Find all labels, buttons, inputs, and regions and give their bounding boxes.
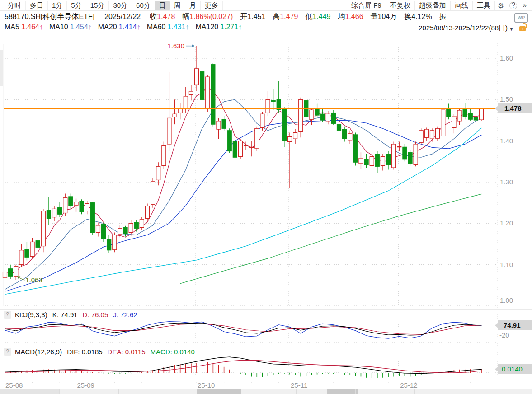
- horizontal-scrollbar[interactable]: [0, 389, 532, 394]
- chart-canvas: 1.601.501.401.301.201.101.0025-0825-0925…: [0, 0, 532, 394]
- kdj-k-badge: 74.91: [498, 320, 532, 330]
- svg-text:1.10: 1.10: [500, 261, 513, 268]
- scrollbar-divider: [414, 389, 415, 394]
- kdj-j-value: J: 72.62: [113, 311, 137, 319]
- svg-text:25-11: 25-11: [291, 381, 307, 389]
- scrollbar-divider: [355, 389, 356, 394]
- kdj-title: KDJ(9,3,3): [15, 311, 47, 319]
- svg-text:25-08: 25-08: [5, 381, 23, 389]
- svg-text:25-09: 25-09: [77, 381, 94, 389]
- panel-divider: [0, 346, 532, 346]
- scrollbar-divider: [118, 389, 119, 394]
- macd-macd-value: MACD: 0.0140: [151, 348, 195, 356]
- macd-title: MACD(12,26,9): [15, 348, 62, 356]
- scrollbar-thumb[interactable]: [197, 389, 241, 394]
- svg-text:25-12: 25-12: [400, 381, 417, 389]
- macd-help-icon[interactable]: ?: [4, 348, 11, 356]
- kdj-k-value: K: 74.91: [52, 311, 78, 319]
- scrollbar-divider: [59, 389, 60, 394]
- last-price-badge: 1.478: [498, 103, 532, 113]
- panel-divider: [0, 309, 532, 310]
- scrollbar-divider: [296, 389, 297, 394]
- panel-divider: [0, 381, 532, 381]
- scrollbar-segment: [0, 389, 59, 394]
- scrollbar-divider: [178, 389, 178, 394]
- kdj-d-value: D: 76.05: [83, 311, 108, 319]
- svg-text:1.40: 1.40: [500, 137, 513, 145]
- svg-text:1.00: 1.00: [500, 296, 513, 304]
- macd-badge: 0.0140: [498, 364, 532, 374]
- svg-text:1.30: 1.30: [500, 178, 513, 186]
- svg-text:1.063: 1.063: [25, 276, 42, 284]
- kdj-header: ? KDJ(9,3,3) K: 74.91 D: 76.05 J: 72.62: [4, 310, 142, 319]
- svg-text:1.20: 1.20: [500, 219, 513, 227]
- scrollbar-divider: [474, 389, 474, 394]
- macd-dea-value: DEA: 0.0115: [108, 348, 146, 356]
- scrollbar-thumb[interactable]: [327, 389, 358, 394]
- svg-text:1.630: 1.630: [167, 42, 184, 50]
- macd-header: ? MACD(12,26,9) DIF: 0.0185 DEA: 0.0115 …: [4, 347, 200, 356]
- scrollbar-divider: [237, 389, 237, 394]
- svg-text:1.60: 1.60: [500, 54, 513, 62]
- svg-text:25-10: 25-10: [198, 381, 215, 389]
- kdj-help-icon[interactable]: ?: [4, 311, 11, 319]
- macd-dif-value: DIF: 0.0185: [67, 348, 102, 356]
- chart-window: 分时多日1分5分15分30分60分日周月更多 综合屏 F9不复权超级叠加画线工具…: [0, 0, 532, 394]
- svg-text:1.50: 1.50: [500, 95, 513, 103]
- svg-text:-20: -20: [499, 331, 509, 339]
